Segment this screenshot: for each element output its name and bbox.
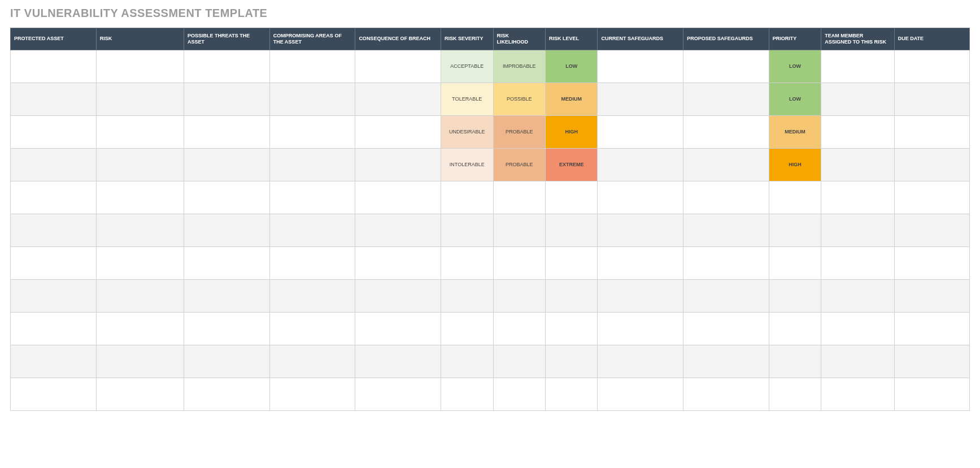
cell[interactable]: EXTREME <box>545 148 597 181</box>
cell[interactable]: LOW <box>545 50 597 83</box>
cell[interactable] <box>894 378 969 410</box>
cell[interactable] <box>894 279 969 312</box>
cell[interactable] <box>598 83 683 115</box>
cell[interactable] <box>11 181 97 214</box>
cell[interactable] <box>11 83 97 115</box>
cell[interactable] <box>821 246 894 279</box>
cell[interactable] <box>184 312 270 345</box>
cell[interactable]: MEDIUM <box>545 83 597 115</box>
cell[interactable] <box>545 378 597 410</box>
cell[interactable] <box>11 148 97 181</box>
cell[interactable] <box>683 181 769 214</box>
cell[interactable] <box>493 345 545 378</box>
cell[interactable] <box>769 279 821 312</box>
cell[interactable] <box>355 50 441 83</box>
cell[interactable] <box>894 246 969 279</box>
cell[interactable] <box>894 50 969 83</box>
cell[interactable] <box>894 83 969 115</box>
cell[interactable] <box>683 279 769 312</box>
cell[interactable] <box>441 378 493 410</box>
cell[interactable] <box>769 181 821 214</box>
cell[interactable] <box>96 312 184 345</box>
cell[interactable] <box>683 312 769 345</box>
cell[interactable] <box>821 214 894 246</box>
cell[interactable]: HIGH <box>545 115 597 148</box>
cell[interactable] <box>598 181 683 214</box>
cell[interactable] <box>598 50 683 83</box>
cell[interactable] <box>96 50 184 83</box>
cell[interactable] <box>769 312 821 345</box>
cell[interactable] <box>683 378 769 410</box>
cell[interactable] <box>441 181 493 214</box>
cell[interactable] <box>683 50 769 83</box>
cell[interactable] <box>821 83 894 115</box>
cell[interactable] <box>355 181 441 214</box>
cell[interactable] <box>96 214 184 246</box>
cell[interactable] <box>184 115 270 148</box>
cell[interactable] <box>184 345 270 378</box>
cell[interactable] <box>683 115 769 148</box>
cell[interactable] <box>894 181 969 214</box>
cell[interactable] <box>821 50 894 83</box>
cell[interactable] <box>545 279 597 312</box>
cell[interactable] <box>355 83 441 115</box>
cell[interactable] <box>96 83 184 115</box>
cell[interactable] <box>269 378 355 410</box>
cell[interactable]: INTOLERABLE <box>441 148 493 181</box>
cell[interactable]: TOLERABLE <box>441 83 493 115</box>
cell[interactable] <box>441 345 493 378</box>
cell[interactable] <box>493 312 545 345</box>
cell[interactable] <box>269 279 355 312</box>
cell[interactable] <box>769 214 821 246</box>
cell[interactable] <box>598 148 683 181</box>
cell[interactable] <box>821 115 894 148</box>
cell[interactable]: ACCEPTABLE <box>441 50 493 83</box>
cell[interactable] <box>769 246 821 279</box>
cell[interactable] <box>269 148 355 181</box>
cell[interactable]: LOW <box>769 50 821 83</box>
cell[interactable] <box>184 148 270 181</box>
cell[interactable] <box>269 246 355 279</box>
cell[interactable] <box>545 312 597 345</box>
cell[interactable] <box>683 246 769 279</box>
cell[interactable] <box>269 83 355 115</box>
cell[interactable] <box>821 181 894 214</box>
cell[interactable] <box>96 279 184 312</box>
cell[interactable] <box>441 312 493 345</box>
cell[interactable] <box>683 345 769 378</box>
cell[interactable] <box>96 378 184 410</box>
cell[interactable] <box>598 279 683 312</box>
cell[interactable] <box>96 181 184 214</box>
cell[interactable] <box>184 279 270 312</box>
cell[interactable] <box>598 115 683 148</box>
cell[interactable] <box>184 83 270 115</box>
cell[interactable]: POSSIBLE <box>493 83 545 115</box>
cell[interactable] <box>894 148 969 181</box>
cell[interactable] <box>493 214 545 246</box>
cell[interactable] <box>11 312 97 345</box>
cell[interactable] <box>269 50 355 83</box>
cell[interactable] <box>184 214 270 246</box>
cell[interactable] <box>355 148 441 181</box>
cell[interactable] <box>269 312 355 345</box>
cell[interactable] <box>769 345 821 378</box>
cell[interactable] <box>821 345 894 378</box>
cell[interactable] <box>355 312 441 345</box>
cell[interactable] <box>441 279 493 312</box>
cell[interactable] <box>683 148 769 181</box>
cell[interactable] <box>545 181 597 214</box>
cell[interactable] <box>493 181 545 214</box>
cell[interactable]: LOW <box>769 83 821 115</box>
cell[interactable] <box>545 214 597 246</box>
cell[interactable] <box>598 246 683 279</box>
cell[interactable] <box>821 279 894 312</box>
cell[interactable] <box>11 50 97 83</box>
cell[interactable] <box>184 378 270 410</box>
cell[interactable] <box>821 312 894 345</box>
cell[interactable] <box>11 279 97 312</box>
cell[interactable]: PROBABLE <box>493 115 545 148</box>
cell[interactable] <box>355 214 441 246</box>
cell[interactable] <box>269 181 355 214</box>
cell[interactable] <box>11 378 97 410</box>
cell[interactable] <box>355 378 441 410</box>
